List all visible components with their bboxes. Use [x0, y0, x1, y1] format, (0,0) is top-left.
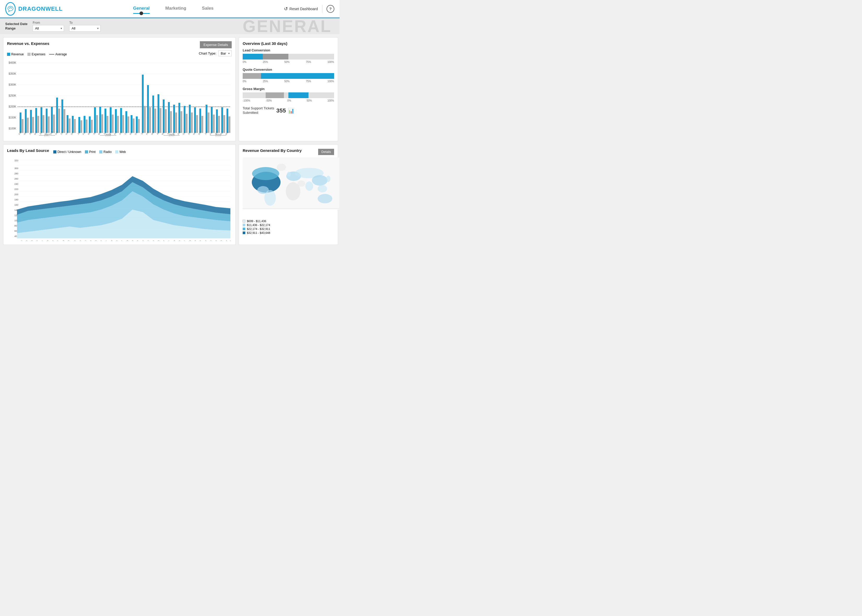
svg-text:Nov: Nov: [129, 131, 133, 135]
svg-text:Mar: Mar: [35, 240, 38, 241]
chart-type-label: Chart Type:: [199, 52, 216, 55]
logo-text: DRAGONWELL: [18, 5, 63, 12]
svg-rect-57: [94, 107, 96, 133]
svg-text:200: 200: [14, 193, 18, 196]
from-select-wrapper: All: [33, 25, 64, 31]
svg-text:300: 300: [14, 167, 18, 170]
gross-margin-blue: [288, 93, 309, 98]
svg-rect-101: [175, 113, 177, 133]
svg-text:Apr: Apr: [167, 240, 170, 241]
svg-rect-74: [138, 119, 140, 133]
svg-text:Sep: Sep: [192, 240, 197, 241]
svg-rect-100: [173, 105, 175, 133]
svg-text:Oct: Oct: [135, 240, 139, 241]
svg-text:Sep: Sep: [118, 131, 123, 135]
reset-dashboard-button[interactable]: ↺ Reset Dashboard: [284, 6, 318, 12]
svg-text:Nov: Nov: [192, 131, 197, 135]
chart-type-select-wrapper: Bar: [218, 50, 232, 57]
svg-text:May: May: [109, 240, 113, 241]
svg-rect-55: [89, 116, 91, 133]
svg-rect-92: [152, 96, 154, 133]
svg-rect-108: [194, 107, 196, 133]
svg-text:Feb: Feb: [145, 131, 150, 135]
leads-area-chart: 320 300 280 260 240 220 200 180 160 140 …: [7, 157, 232, 241]
expense-details-button[interactable]: Expense Details: [200, 41, 232, 48]
svg-text:Sep: Sep: [130, 240, 134, 241]
svg-rect-131: [221, 107, 223, 133]
svg-text:Mar: Mar: [161, 240, 165, 241]
legend-range-4-dot: [243, 231, 245, 234]
svg-rect-132: [223, 115, 225, 133]
legend-range-3-dot: [243, 228, 245, 230]
lead-conversion-bar: [243, 54, 334, 60]
svg-text:240: 240: [14, 183, 18, 185]
svg-rect-90: [147, 85, 149, 133]
svg-point-233: [326, 176, 331, 182]
svg-rect-89: [144, 106, 146, 133]
to-select[interactable]: All: [69, 25, 101, 31]
chart-legend: Revenue Expenses Average: [7, 52, 67, 56]
svg-text:Feb: Feb: [219, 240, 222, 241]
gross-margin-gray: [266, 93, 284, 98]
svg-point-230: [298, 181, 305, 187]
nav-tab-general[interactable]: General: [133, 4, 150, 14]
svg-text:Nov: Nov: [77, 240, 82, 241]
svg-text:Nov: Nov: [140, 240, 144, 241]
svg-text:Dec: Dec: [70, 131, 74, 135]
svg-rect-128: [213, 115, 215, 133]
legend-revenue: Revenue: [7, 52, 24, 56]
svg-text:Nov: Nov: [65, 131, 69, 135]
svg-rect-97: [165, 109, 167, 133]
svg-text:Mar: Mar: [98, 240, 102, 241]
svg-text:Feb: Feb: [29, 240, 33, 241]
legend-average: Average: [49, 52, 67, 56]
map-details-button[interactable]: Details: [318, 149, 334, 155]
lead-conversion-axis: 0%25%50%75%100%: [243, 61, 334, 63]
svg-point-232: [312, 175, 328, 185]
support-tickets-label: Total Support TicketsSubmitted:: [243, 106, 274, 115]
legend-web: Web: [115, 150, 126, 154]
svg-text:May: May: [45, 240, 49, 241]
svg-text:Dec: Dec: [198, 131, 202, 135]
nav-tab-marketing[interactable]: Marketing: [165, 4, 186, 14]
from-label: From: [33, 21, 64, 25]
nav-tab-sales[interactable]: Sales: [202, 4, 213, 14]
help-button[interactable]: ?: [326, 5, 334, 13]
svg-text:Dec: Dec: [19, 240, 23, 241]
svg-text:$100K: $100K: [9, 127, 16, 130]
svg-rect-38: [74, 119, 76, 133]
support-tickets-count: 355: [276, 107, 286, 114]
world-map-svg: [243, 157, 339, 217]
svg-rect-51: [78, 117, 80, 133]
svg-rect-93: [154, 108, 156, 133]
lead-conversion-gray: [263, 54, 288, 60]
svg-text:Feb: Feb: [93, 240, 97, 241]
svg-point-0: [9, 8, 10, 8]
revenue-bar-chart: $400K $350K $300K $250K $200K $150K $100…: [7, 59, 232, 137]
svg-text:320: 320: [14, 159, 18, 162]
map-card: Revenue Generated By Country Details: [239, 145, 338, 245]
svg-rect-53: [84, 116, 85, 133]
svg-rect-18: [22, 119, 24, 133]
legend-range-3: $22,174 - $32,911: [243, 227, 334, 231]
chart-type-select[interactable]: Bar: [218, 50, 232, 57]
svg-rect-20: [27, 118, 29, 133]
svg-point-224: [252, 167, 279, 180]
svg-rect-63: [110, 107, 112, 133]
main-content: Revenue vs. Expenses Expense Details Rev…: [0, 34, 340, 248]
active-indicator: [139, 11, 143, 15]
logo-area: DRAGONWELL: [5, 2, 63, 16]
svg-text:Aug: Aug: [61, 240, 65, 241]
svg-rect-72: [133, 118, 134, 133]
svg-rect-30: [53, 115, 55, 133]
svg-rect-24: [37, 116, 39, 133]
svg-point-1: [11, 8, 11, 8]
from-select[interactable]: All: [33, 25, 64, 31]
svg-rect-37: [72, 116, 74, 133]
svg-rect-31: [56, 97, 58, 133]
legend-range-2-dot: [243, 224, 245, 226]
legend-print-dot: [85, 150, 88, 154]
svg-text:May: May: [34, 131, 38, 135]
svg-text:Dec: Dec: [145, 240, 150, 241]
quote-conversion-axis: 0%25%50%75%100%: [243, 80, 334, 83]
